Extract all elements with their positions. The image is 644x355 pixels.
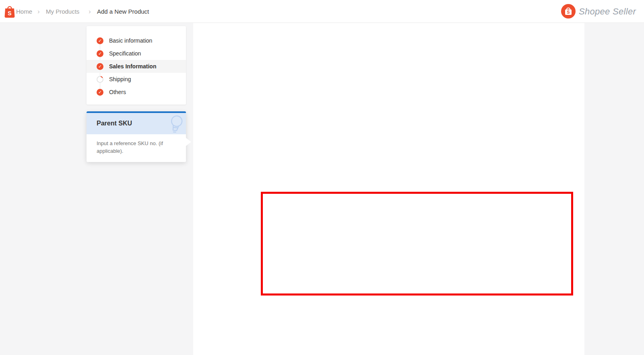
tip-pointer [186, 138, 191, 146]
tip-header: Parent SKU [87, 113, 186, 134]
parent-sku-tip-card: Parent SKU Input a reference SKU no. (if… [87, 111, 186, 162]
sidebar-item-label: Basic information [109, 37, 152, 44]
breadcrumb-separator-icon: › [37, 0, 40, 23]
brand-wordmark: Shopee Seller [579, 0, 636, 23]
check-circle-icon: ✓ [97, 89, 103, 96]
sidebar-item-label: Specification [109, 50, 141, 57]
top-bar: S Home › My Products › Add a New Product… [0, 0, 644, 23]
svg-text:S: S [8, 10, 11, 16]
breadcrumb-separator-icon: › [89, 0, 91, 23]
shopee-logo-icon[interactable]: S [4, 5, 15, 20]
lightbulb-icon [164, 113, 186, 134]
shopee-seller-logo-icon: S [561, 4, 576, 20]
sidebar-item-sales-information[interactable]: ✓ Sales Information [87, 60, 186, 73]
sidebar-item-others[interactable]: ✓ Others [87, 86, 186, 98]
check-circle-icon: ✓ [97, 50, 103, 57]
progress-circle-icon [97, 76, 103, 83]
sidebar-item-label: Shipping [109, 76, 131, 82]
breadcrumb-current-page: Add a New Product [97, 0, 149, 23]
tip-title: Parent SKU [97, 120, 132, 127]
sidebar-item-shipping[interactable]: Shipping [87, 73, 186, 86]
svg-text:S: S [567, 10, 570, 14]
sidebar-item-label: Others [109, 89, 126, 95]
sidebar-item-label: Sales Information [109, 63, 156, 70]
breadcrumb-home[interactable]: Home [16, 0, 32, 23]
sidebar-item-basic-information[interactable]: ✓ Basic information [87, 34, 186, 47]
main-content-card [193, 23, 584, 355]
check-circle-icon: ✓ [97, 37, 103, 44]
sidebar-item-specification[interactable]: ✓ Specification [87, 47, 186, 60]
tip-body-text: Input a reference SKU no. (if applicable… [97, 140, 177, 155]
check-circle-icon: ✓ [97, 63, 103, 70]
breadcrumb-my-products[interactable]: My Products [46, 0, 79, 23]
section-steps-card: ✓ Basic information ✓ Specification ✓ Sa… [87, 26, 186, 105]
